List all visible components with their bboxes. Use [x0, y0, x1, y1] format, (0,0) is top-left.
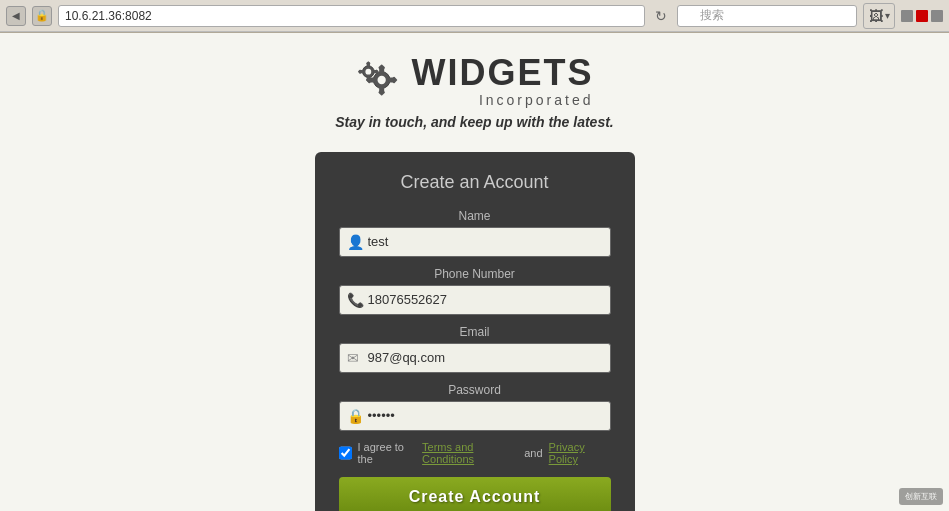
password-input[interactable] — [339, 401, 611, 431]
name-field-group: Name 👤 — [339, 209, 611, 257]
email-label: Email — [339, 325, 611, 339]
phone-label: Phone Number — [339, 267, 611, 281]
email-input-wrapper: ✉ — [339, 343, 611, 373]
terms-and-conditions-link[interactable]: Terms and Conditions — [422, 441, 518, 465]
logo-container: WIDGETS Incorporated — [355, 53, 593, 108]
phone-input-wrapper: 📞 — [339, 285, 611, 315]
minimize-button[interactable] — [901, 10, 913, 22]
password-field-group: Password 🔒 — [339, 383, 611, 431]
lock-icon: 🔒 — [347, 408, 364, 424]
maximize-button[interactable] — [916, 10, 928, 22]
terms-checkbox[interactable] — [339, 446, 352, 460]
logo-incorporated: Incorporated — [411, 93, 593, 108]
and-text: and — [524, 447, 542, 459]
terms-row: I agree to the Terms and Conditions and … — [339, 441, 611, 465]
gear-logo-icon — [355, 55, 405, 105]
svg-point-11 — [366, 69, 372, 75]
password-label: Password — [339, 383, 611, 397]
phone-icon: 📞 — [347, 292, 364, 308]
image-button[interactable]: 🖼 ▾ — [863, 3, 895, 29]
person-icon: 👤 — [347, 234, 364, 250]
refresh-button[interactable]: ↻ — [651, 6, 671, 26]
security-indicator: 🔒 — [32, 6, 52, 26]
close-window-button[interactable] — [931, 10, 943, 22]
watermark: 创新互联 — [899, 488, 943, 505]
create-account-button[interactable]: Create Account — [339, 477, 611, 511]
address-bar[interactable]: 10.6.21.36:8082 — [58, 5, 645, 27]
phone-field-group: Phone Number 📞 — [339, 267, 611, 315]
terms-agree-text: I agree to the — [358, 441, 417, 465]
name-label: Name — [339, 209, 611, 223]
page-content: WIDGETS Incorporated Stay in touch, and … — [0, 33, 949, 511]
browser-chrome: ◀ 🔒 10.6.21.36:8082 ↻ 🔍 搜索 🖼 ▾ — [0, 0, 949, 33]
logo-text: WIDGETS Incorporated — [411, 53, 593, 108]
form-title: Create an Account — [339, 172, 611, 193]
email-icon: ✉ — [347, 350, 359, 366]
browser-toolbar: ◀ 🔒 10.6.21.36:8082 ↻ 🔍 搜索 🖼 ▾ — [0, 0, 949, 32]
search-bar[interactable]: 搜索 — [677, 5, 857, 27]
logo-widgets: WIDGETS — [411, 53, 593, 93]
name-input-wrapper: 👤 — [339, 227, 611, 257]
window-controls — [901, 10, 943, 22]
tagline: Stay in touch, and keep up with the late… — [335, 114, 613, 130]
name-input[interactable] — [339, 227, 611, 257]
form-card: Create an Account Name 👤 Phone Number 📞 … — [315, 152, 635, 511]
email-input[interactable] — [339, 343, 611, 373]
search-bar-wrap: 🔍 搜索 — [677, 5, 857, 27]
search-placeholder: 搜索 — [700, 7, 724, 24]
password-input-wrapper: 🔒 — [339, 401, 611, 431]
image-icon: 🖼 — [869, 8, 883, 24]
back-button[interactable]: ◀ — [6, 6, 26, 26]
dropdown-arrow: ▾ — [885, 10, 890, 21]
privacy-policy-link[interactable]: Privacy Policy — [549, 441, 611, 465]
svg-point-1 — [378, 76, 386, 84]
email-field-group: Email ✉ — [339, 325, 611, 373]
logo-area: WIDGETS Incorporated Stay in touch, and … — [335, 53, 613, 144]
phone-input[interactable] — [339, 285, 611, 315]
address-text: 10.6.21.36:8082 — [65, 9, 152, 23]
